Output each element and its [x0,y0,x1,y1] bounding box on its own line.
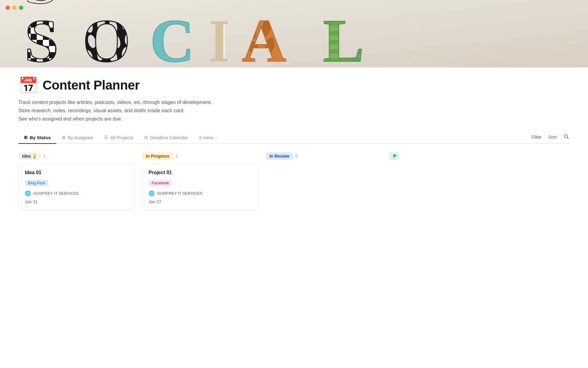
status-badge-published: P [390,152,399,160]
globe-icon: 🌐 [25,190,31,196]
kanban-column-in-progress: In Progress 1 Project 01 Facebook 🌐 GODF… [142,152,258,210]
card-tag-facebook: Facebook [149,180,172,186]
svg-text:S: S [24,7,58,67]
svg-point-107 [564,135,568,138]
traffic-lights [6,6,23,10]
card-date: Jan 31 [25,199,128,204]
tab-all-projects[interactable]: ☰ All Projects [99,132,139,144]
card-title: Project 01 [149,170,252,175]
card-assignee: 🌐 GODFREY IT SERVICES [25,190,128,196]
tab-by-assignee[interactable]: ⊞ By Assignee [56,132,99,144]
page-description: Track content projects like articles, po… [18,98,570,123]
kanban-board: Idea 💡 1 Idea 01 Blog Post 🌐 GODFREY IT … [18,152,570,210]
status-badge-idea: Idea 💡 [18,152,41,160]
column-header-in-progress: In Progress 1 [142,152,258,160]
kanban-column-published-partial: P [390,152,408,164]
tabs-left: ⊞ By Status ⊞ By Assignee ☰ All Projects… [18,132,531,144]
svg-text:I: I [207,7,231,67]
card-date: Jan 27 [149,199,252,204]
column-count-idea: 1 [43,154,46,159]
calendar-icon: 📅 [18,77,38,93]
tab-deadline-calendar[interactable]: ⊟ Deadline Calendar [139,132,194,144]
svg-text:L: L [323,7,364,67]
tab-icon-by-assignee: ⊞ [62,135,66,140]
tab-icon-deadline-calendar: ⊟ [144,135,148,140]
minimize-button[interactable] [12,6,17,10]
filter-button[interactable]: Filter [531,133,542,141]
page-header: 📅 Content Planner [18,77,570,93]
kanban-column-in-review: In Review 0 [266,152,382,164]
column-count-in-progress: 1 [175,154,178,159]
card-tag-blogpost: Blog Post [25,180,48,186]
kanban-column-idea: Idea 💡 1 Idea 01 Blog Post 🌐 GODFREY IT … [18,152,135,210]
tabs-actions: Filter Sort [531,132,570,143]
column-count-in-review: 0 [296,154,298,159]
tab-icon-all-projects: ☰ [104,135,108,140]
page-title: Content Planner [43,78,140,93]
maximize-button[interactable] [19,6,23,10]
main-content: 📅 Content Planner Track content projects… [0,67,588,222]
sort-button[interactable]: Sort [548,133,557,141]
column-header-idea: Idea 💡 1 [18,152,135,160]
svg-text:O: O [83,7,130,67]
svg-text:A: A [242,7,286,67]
svg-text:C: C [150,7,194,67]
tab-more[interactable]: 2 more... [194,132,223,144]
card-assignee: 🌐 GODFREY IT SERVICES [149,190,252,196]
tab-by-status[interactable]: ⊞ By Status [18,132,56,144]
status-badge-in-review: In Review [266,152,293,160]
search-button[interactable] [563,132,570,141]
kanban-card-project-01[interactable]: Project 01 Facebook 🌐 GODFREY IT SERVICE… [142,164,258,210]
close-button[interactable] [6,6,10,10]
kanban-card-idea-01[interactable]: Idea 01 Blog Post 🌐 GODFREY IT SERVICES … [18,164,135,210]
column-header-published: P [390,152,408,160]
tab-icon-by-status: ⊞ [24,135,28,140]
svg-line-108 [567,137,568,139]
tabs-bar: ⊞ By Status ⊞ By Assignee ☰ All Projects… [18,132,570,144]
globe-icon: 🌐 [149,190,155,196]
card-title: Idea 01 [25,170,128,175]
search-icon [564,134,569,139]
banner-image: S S [0,0,588,67]
column-header-in-review: In Review 0 [266,152,382,160]
status-badge-in-progress: In Progress [142,152,173,160]
